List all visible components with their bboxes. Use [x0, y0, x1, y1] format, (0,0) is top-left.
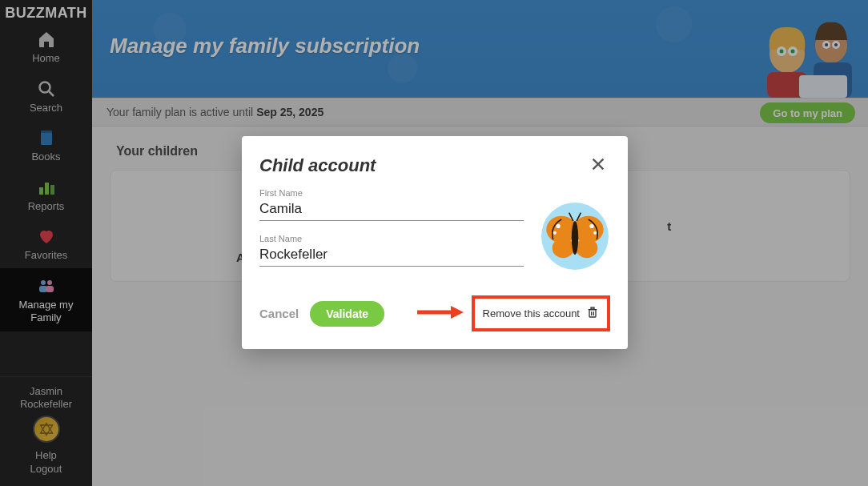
modal-header: Child account — [259, 152, 610, 179]
svg-point-43 — [572, 221, 578, 255]
avatar-column — [540, 188, 610, 279]
modal-body: First Name Last Name — [259, 188, 610, 279]
butterfly-icon — [541, 203, 609, 270]
first-name-field-wrap: First Name — [259, 188, 524, 221]
svg-point-38 — [576, 238, 597, 258]
svg-point-40 — [589, 224, 593, 228]
first-name-input[interactable] — [259, 199, 524, 221]
footer-spacer: Remove this account — [396, 295, 610, 331]
close-button[interactable] — [586, 152, 610, 179]
form-column: First Name Last Name — [259, 188, 524, 279]
validate-button[interactable]: Validate — [310, 301, 384, 327]
close-icon — [589, 163, 607, 175]
svg-marker-47 — [451, 306, 464, 319]
remove-account-label: Remove this account — [483, 307, 580, 319]
modal-footer: Cancel Validate Remove this account — [259, 295, 610, 331]
svg-point-39 — [556, 224, 560, 228]
child-avatar[interactable] — [541, 203, 609, 270]
svg-rect-48 — [589, 310, 596, 317]
last-name-field-wrap: Last Name — [259, 234, 524, 267]
svg-point-41 — [553, 231, 557, 235]
cancel-button[interactable]: Cancel — [259, 307, 299, 320]
annotation-arrow-icon — [416, 304, 464, 323]
last-name-label: Last Name — [259, 234, 524, 243]
remove-account-button[interactable]: Remove this account — [472, 295, 610, 331]
first-name-label: First Name — [259, 188, 524, 198]
child-account-modal: Child account First Name Last Name — [242, 136, 628, 349]
last-name-input[interactable] — [259, 245, 524, 267]
svg-point-37 — [553, 238, 574, 258]
modal-title: Child account — [259, 155, 376, 176]
trash-icon — [586, 305, 599, 322]
svg-rect-52 — [591, 307, 594, 309]
svg-point-42 — [593, 231, 597, 235]
